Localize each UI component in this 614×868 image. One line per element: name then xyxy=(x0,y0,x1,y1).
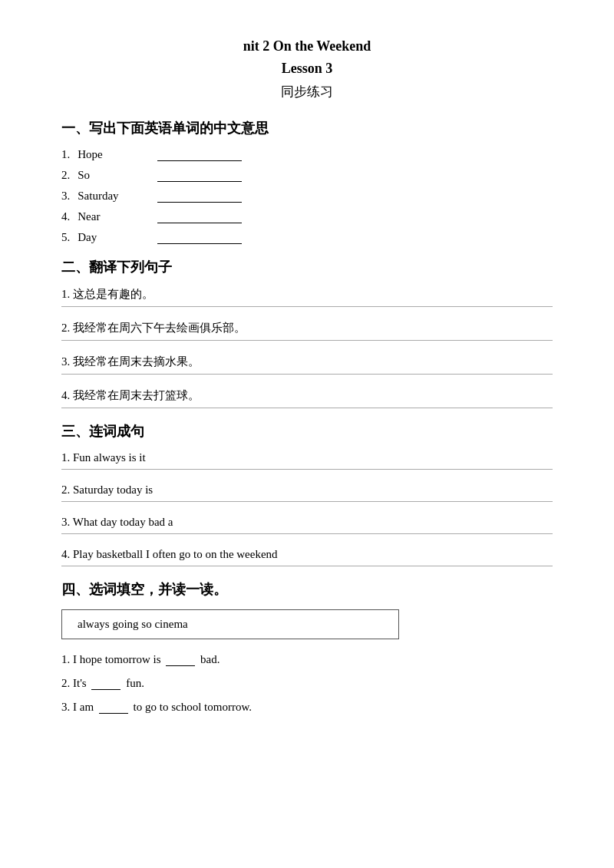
divider xyxy=(61,306,553,307)
answer-line xyxy=(157,232,242,244)
fill-blank-item: 2. It's fun. xyxy=(61,677,553,690)
word-box-container: always going so cinema xyxy=(61,609,553,653)
fill-num: 3. xyxy=(61,701,70,713)
divider xyxy=(61,408,553,408)
word-text: Saturday xyxy=(78,190,147,203)
fill-num: 1. xyxy=(61,653,70,665)
sentence-item: 2. Saturday today is xyxy=(61,484,553,502)
word-text: Near xyxy=(78,210,147,223)
sentence-prompt: 2. Saturday today is xyxy=(61,484,553,497)
fill-blank-item: 3. I am to go to school tomorrow. xyxy=(61,701,553,714)
cn-text: 3. 我经常在周末去摘水果。 xyxy=(61,355,553,369)
sentence-prompt: 3. What day today bad a xyxy=(61,516,553,529)
fill-num: 2. xyxy=(61,677,70,689)
section2-header: 二、翻译下列句子 xyxy=(61,258,553,276)
unit-title: nit 2 On the Weekend xyxy=(61,38,553,54)
word-num: 4. xyxy=(61,210,70,223)
word-text: So xyxy=(78,169,147,182)
sentence-section: 1. Fun always is it 2. Saturday today is… xyxy=(61,451,553,566)
translation-item: 2. 我经常在周六下午去绘画俱乐部。 xyxy=(61,321,553,341)
list-item: 3. Saturday xyxy=(61,190,553,203)
section4-header: 四、选词填空，并读一读。 xyxy=(61,580,553,599)
word-num: 5. xyxy=(61,231,70,244)
blank-space xyxy=(99,701,128,714)
blank-space xyxy=(91,678,120,690)
divider xyxy=(61,501,553,502)
translation-item: 3. 我经常在周末去摘水果。 xyxy=(61,355,553,375)
word-text: Day xyxy=(78,231,147,244)
translation-item: 4. 我经常在周末去打篮球。 xyxy=(61,388,553,408)
divider xyxy=(61,374,553,375)
word-text: Hope xyxy=(78,148,147,161)
sentence-prompt: 4. Play basketball I often go to on the … xyxy=(61,548,553,561)
sentence-item: 4. Play basketball I often go to on the … xyxy=(61,548,553,566)
subtitle: 同步练习 xyxy=(61,83,553,101)
translation-item: 1. 这总是有趣的。 xyxy=(61,287,553,307)
answer-line xyxy=(157,149,242,161)
cn-text: 2. 我经常在周六下午去绘画俱乐部。 xyxy=(61,321,553,335)
section3-header: 三、连词成句 xyxy=(61,422,553,441)
sentence-prompt: 1. Fun always is it xyxy=(61,451,553,464)
answer-line xyxy=(157,190,242,203)
fill-blank-list: 1. I hope tomorrow is bad. 2. It's fun. … xyxy=(61,653,553,714)
word-box: always going so cinema xyxy=(61,609,399,639)
vocab-list: 1. Hope 2. So 3. Saturday 4. Near 5. Day xyxy=(61,148,553,244)
fill-blank-item: 1. I hope tomorrow is bad. xyxy=(61,653,553,666)
list-item: 4. Near xyxy=(61,210,553,223)
list-item: 1. Hope xyxy=(61,148,553,161)
sentence-item: 3. What day today bad a xyxy=(61,516,553,534)
cn-text: 4. 我经常在周末去打篮球。 xyxy=(61,388,553,403)
list-item: 2. So xyxy=(61,169,553,182)
blank-space xyxy=(166,654,195,666)
answer-line xyxy=(157,211,242,223)
sentence-item: 1. Fun always is it xyxy=(61,451,553,470)
word-num: 2. xyxy=(61,169,70,182)
translation-section: 1. 这总是有趣的。 2. 我经常在周六下午去绘画俱乐部。 3. 我经常在周末去… xyxy=(61,287,553,408)
divider xyxy=(61,566,553,566)
divider xyxy=(61,469,553,470)
word-num: 1. xyxy=(61,148,70,161)
lesson-title: Lesson 3 xyxy=(61,61,553,77)
divider xyxy=(61,340,553,341)
divider xyxy=(61,533,553,534)
list-item: 5. Day xyxy=(61,231,553,244)
cn-text: 1. 这总是有趣的。 xyxy=(61,287,553,302)
answer-line xyxy=(157,170,242,182)
word-num: 3. xyxy=(61,190,70,203)
section1-header: 一、写出下面英语单词的中文意思 xyxy=(61,119,553,137)
